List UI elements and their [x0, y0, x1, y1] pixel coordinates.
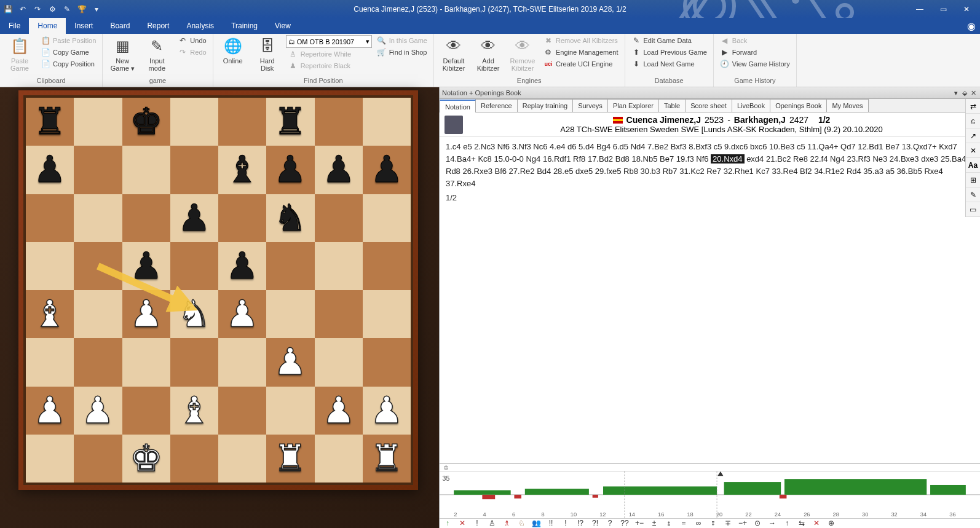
side-tool-1[interactable]: ⇄: [966, 99, 980, 114]
square-d6[interactable]: ♟: [170, 194, 218, 242]
annot-symbol-21[interactable]: ⊙: [752, 519, 763, 527]
annot-symbol-12[interactable]: ??: [619, 519, 630, 527]
menu-insert[interactable]: Insert: [66, 18, 101, 34]
annot-symbol-20[interactable]: −+: [737, 519, 748, 527]
piece-wk[interactable]: ♚: [130, 440, 163, 477]
square-c2[interactable]: [122, 387, 170, 435]
eval-graph[interactable]: 35: [440, 471, 980, 518]
view-history-button[interactable]: 🕘View Game History: [717, 58, 792, 69]
paste-game-button[interactable]: 📋Paste Game: [4, 35, 36, 73]
square-b1[interactable]: [74, 435, 122, 483]
menu-report[interactable]: Report: [138, 18, 178, 34]
annot-symbol-0[interactable]: ↑: [442, 519, 453, 527]
square-g2[interactable]: ♟: [315, 387, 363, 435]
hard-disk-button[interactable]: 🗄Hard Disk: [251, 35, 283, 73]
square-c6[interactable]: [122, 194, 170, 242]
notation-text[interactable]: 1.c4 e5 2.Nc3 Nf6 3.Nf3 Nc6 4.e4 d6 5.d4…: [440, 137, 980, 463]
tab-plan-explorer[interactable]: Plan Explorer: [607, 99, 659, 112]
tab-score-sheet[interactable]: Score sheet: [685, 99, 732, 112]
close-button[interactable]: ✕: [955, 2, 978, 16]
annot-symbol-24[interactable]: ⇆: [796, 519, 807, 527]
square-f5[interactable]: [266, 242, 314, 290]
side-tool-5[interactable]: ⊞: [966, 173, 980, 187]
square-f7[interactable]: ♟: [266, 146, 314, 194]
annot-symbol-11[interactable]: ?: [604, 519, 615, 527]
square-d2[interactable]: ♝: [170, 387, 218, 435]
piece-bp[interactable]: ♟: [322, 151, 355, 188]
square-f4[interactable]: [266, 290, 314, 338]
create-uci-button[interactable]: uciCreate UCI Engine: [541, 58, 621, 69]
square-c4[interactable]: ♟: [122, 290, 170, 338]
square-a3[interactable]: [26, 338, 74, 386]
square-e4[interactable]: ♟: [218, 290, 266, 338]
tab-openings-book[interactable]: Openings Book: [770, 99, 827, 112]
piece-br[interactable]: ♜: [274, 103, 307, 140]
menu-analysis[interactable]: Analysis: [178, 18, 223, 34]
square-e8[interactable]: [218, 98, 266, 146]
square-f6[interactable]: ♞: [266, 194, 314, 242]
database-combo[interactable]: 🗂 OM OTB B 201907▾: [286, 35, 372, 48]
paste-position-button[interactable]: 📋Paste Position: [38, 35, 98, 46]
annot-symbol-9[interactable]: !?: [575, 519, 586, 527]
tab-notation[interactable]: Notation: [440, 100, 476, 112]
engine-management-button[interactable]: ⚙Engine Management: [541, 47, 621, 58]
help-icon[interactable]: ◉: [963, 18, 980, 34]
default-kibitzer-button[interactable]: 👁Default Kibitzer: [438, 35, 470, 73]
tab-reference[interactable]: Reference: [475, 99, 518, 112]
history-back-button[interactable]: ◀Back: [717, 35, 792, 46]
piece-wp[interactable]: ♟: [33, 392, 66, 429]
maximize-button[interactable]: ▭: [932, 2, 954, 16]
piece-wb[interactable]: ♝: [178, 392, 211, 429]
side-tool-6[interactable]: ✎: [966, 187, 980, 202]
square-g5[interactable]: [315, 242, 363, 290]
edit-game-data-button[interactable]: ✎Edit Game Data: [629, 35, 709, 46]
new-game-button[interactable]: ▦New Game ▾: [106, 35, 138, 74]
annot-symbol-25[interactable]: ✕: [811, 519, 822, 527]
remove-kibitzer-button[interactable]: 👁Remove Kibitzer: [507, 35, 539, 73]
square-c8[interactable]: ♚: [122, 98, 170, 146]
pane-pin-icon[interactable]: ⬙: [960, 89, 969, 97]
square-f8[interactable]: ♜: [266, 98, 314, 146]
annot-symbol-16[interactable]: =: [678, 519, 689, 527]
tab-surveys[interactable]: Surveys: [572, 99, 608, 112]
chess-board[interactable]: ♜♚♜♟♝♟♟♟♟♞♟♟♝♟♞♟♟♟♟♝♟♟♚♜♜: [26, 98, 411, 483]
annot-symbol-7[interactable]: !!: [545, 519, 556, 527]
annot-symbol-3[interactable]: ♙: [486, 519, 497, 527]
square-d7[interactable]: [170, 146, 218, 194]
square-h3[interactable]: [363, 338, 411, 386]
square-g3[interactable]: [315, 338, 363, 386]
annot-symbol-26[interactable]: ⊕: [826, 519, 837, 527]
square-a1[interactable]: [26, 435, 74, 483]
annot-symbol-8[interactable]: !: [560, 519, 571, 527]
annot-symbol-17[interactable]: ∞: [693, 519, 704, 527]
square-e7[interactable]: ♝: [218, 146, 266, 194]
piece-wp[interactable]: ♟: [81, 392, 114, 429]
load-next-button[interactable]: ⬇Load Next Game: [629, 58, 709, 69]
square-a2[interactable]: ♟: [26, 387, 74, 435]
side-tool-4[interactable]: ✕: [966, 143, 980, 158]
menu-view[interactable]: View: [266, 18, 299, 34]
piece-wb[interactable]: ♝: [33, 296, 66, 333]
square-g8[interactable]: [315, 98, 363, 146]
tab-replay-training[interactable]: Replay training: [517, 99, 573, 112]
square-g6[interactable]: [315, 194, 363, 242]
piece-bp[interactable]: ♟: [226, 248, 259, 285]
piece-bp[interactable]: ♟: [370, 151, 403, 188]
annot-symbol-1[interactable]: ✕: [457, 519, 468, 527]
pane-dropdown-icon[interactable]: ▾: [952, 89, 960, 97]
history-forward-button[interactable]: ▶Forward: [717, 47, 792, 58]
square-d1[interactable]: [170, 435, 218, 483]
square-e3[interactable]: [218, 338, 266, 386]
square-b2[interactable]: ♟: [74, 387, 122, 435]
repertoire-black-button[interactable]: ♟Repertoire Black: [286, 60, 372, 71]
find-in-shop-button[interactable]: 🛒Find in Shop: [374, 47, 430, 58]
square-d8[interactable]: [170, 98, 218, 146]
side-tool-eraser[interactable]: ▭: [966, 202, 980, 217]
piece-wp[interactable]: ♟: [274, 344, 307, 380]
remove-all-kibitzers-button[interactable]: ✖Remove All Kibitzers: [541, 35, 621, 46]
square-f2[interactable]: [266, 387, 314, 435]
square-b6[interactable]: [74, 194, 122, 242]
annot-symbol-18[interactable]: ⩱: [708, 519, 719, 527]
annot-symbol-4[interactable]: ♗: [501, 519, 512, 527]
square-d4[interactable]: ♞: [170, 290, 218, 338]
